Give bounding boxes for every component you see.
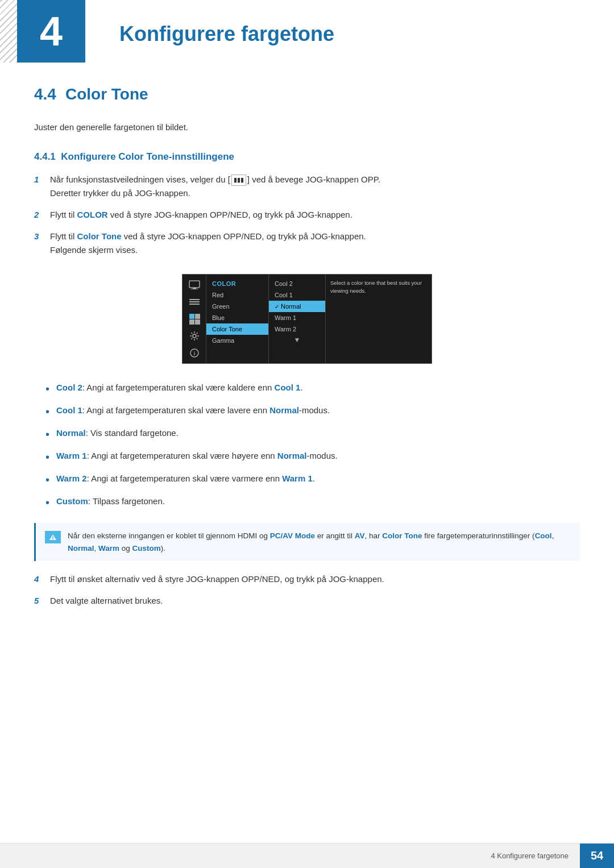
menu-option-warm1: Warm 1: [269, 312, 325, 323]
step-2: 2 Flytt til COLOR ved å styre JOG-knappe…: [34, 208, 580, 222]
bullet-list: • Cool 2: Angi at fargetemperaturen skal…: [45, 381, 580, 512]
menu-mockup-wrapper: i COLOR Red Green Blue Color Tone Gamma …: [34, 274, 580, 364]
menu-icon-settings: [187, 330, 202, 342]
menu-icon-brightness: [187, 296, 202, 308]
bullet-warm2: • Warm 2: Angi at fargetemperaturen skal…: [45, 472, 580, 489]
svg-rect-1: [193, 288, 196, 289]
svg-rect-13: [52, 537, 53, 539]
menu-col2: Cool 2 Cool 1 Normal Warm 1 Warm 2 ▼: [269, 275, 326, 363]
svg-rect-7: [195, 314, 200, 319]
menu-icon-info: i: [187, 347, 202, 359]
section-title: Color Tone: [65, 85, 148, 103]
svg-rect-6: [189, 314, 194, 319]
svg-rect-4: [189, 301, 200, 302]
header-stripes: [0, 0, 17, 63]
menu-option-cool1: Cool 1: [269, 289, 325, 301]
bullet-cool2: • Cool 2: Angi at fargetemperaturen skal…: [45, 381, 580, 398]
menu-info: Select a color tone that best suits your…: [326, 275, 432, 363]
svg-rect-9: [195, 319, 200, 325]
menu-icon-color: [187, 313, 202, 325]
menu-option-cool2: Cool 2: [269, 278, 325, 289]
footer: 4 Konfigurere fargetone 54: [0, 843, 614, 868]
menu-item-green: Green: [206, 301, 268, 312]
bullet-cool1: • Cool 1: Angi at fargetemperaturen skal…: [45, 404, 580, 421]
bullet-warm1: • Warm 1: Angi at fargetemperaturen skal…: [45, 449, 580, 466]
menu-color-header: COLOR: [206, 278, 268, 289]
scroll-arrow: ▼: [269, 335, 325, 344]
menu-main: COLOR Red Green Blue Color Tone Gamma Co…: [206, 275, 432, 363]
step-3: 3 Flytt til Color Tone ved å styre JOG-k…: [34, 230, 580, 257]
note-box: Når den eksterne inngangen er koblet til…: [34, 523, 580, 561]
menu-left-icons: i: [182, 275, 206, 363]
note-icon: [45, 531, 61, 543]
bullet-custom: • Custom: Tilpass fargetonen.: [45, 495, 580, 512]
subsection-title: 4.4.1 Konfigurere Color Tone-innstilling…: [34, 151, 234, 162]
section-number: 4.4: [34, 85, 56, 103]
footer-text: 4 Konfigurere fargetone: [491, 852, 580, 860]
svg-rect-14: [52, 539, 53, 540]
menu-item-blue: Blue: [206, 312, 268, 323]
chapter-title: Konfigurere fargetone: [119, 16, 334, 46]
menu-option-warm2: Warm 2: [269, 323, 325, 335]
svg-rect-2: [191, 289, 198, 289]
menu-item-colortone: Color Tone: [206, 323, 268, 335]
step-5: 5 Det valgte alternativet brukes.: [34, 594, 580, 608]
svg-point-10: [193, 334, 196, 338]
page-number: 54: [580, 844, 614, 869]
menu-option-normal: Normal: [269, 301, 325, 312]
step-1: 1 Når funksjonstastveiledningen vises, v…: [34, 173, 580, 200]
menu-item-red: Red: [206, 289, 268, 301]
svg-text:i: i: [193, 351, 195, 356]
svg-rect-5: [189, 304, 200, 305]
menu-item-gamma: Gamma: [206, 335, 268, 346]
step-4: 4 Flytt til ønsket alternativ ved å styr…: [34, 572, 580, 586]
bullet-normal: • Normal: Vis standard fargetone.: [45, 426, 580, 443]
menu-info-text: Select a color tone that best suits your…: [330, 279, 427, 296]
note-text: Når den eksterne inngangen er koblet til…: [68, 530, 571, 554]
menu-mockup: i COLOR Red Green Blue Color Tone Gamma …: [182, 274, 432, 364]
svg-rect-8: [189, 319, 194, 325]
menu-col1: COLOR Red Green Blue Color Tone Gamma: [206, 275, 269, 363]
svg-rect-3: [189, 299, 200, 300]
svg-rect-0: [189, 281, 200, 288]
section-intro: Juster den generelle fargetonen til bild…: [34, 121, 580, 134]
chapter-number: 4: [17, 0, 85, 63]
menu-icon-display: [187, 279, 202, 290]
